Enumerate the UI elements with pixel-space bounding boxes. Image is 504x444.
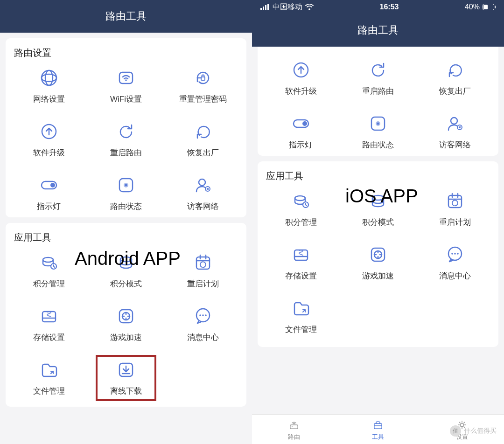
ios-apps-item-points-mgmt[interactable]: 积分管理 bbox=[262, 191, 339, 228]
android-apps-item-storage[interactable]: 存储设置 bbox=[10, 306, 87, 343]
ios-settings-item-upgrade[interactable]: 软件升级 bbox=[262, 60, 339, 97]
item-label: 重置管理密码 bbox=[179, 94, 227, 104]
android-apps-item-game-boost[interactable]: 游戏加速 bbox=[87, 306, 164, 343]
ios-apps-item-schedule[interactable]: 重启计划 bbox=[417, 191, 494, 228]
item-label: 消息中心 bbox=[439, 271, 471, 281]
watermark: 值 什么值得买 bbox=[450, 425, 497, 437]
wifi-icon bbox=[305, 4, 314, 10]
item-label: 游戏加速 bbox=[362, 271, 394, 281]
item-label: 指示灯 bbox=[37, 201, 61, 212]
svg-rect-18 bbox=[42, 312, 56, 322]
ios-settings-item-factory[interactable]: 恢复出厂 bbox=[417, 60, 494, 97]
item-label: 路由状态 bbox=[110, 201, 142, 212]
android-settings-item-factory[interactable]: 恢复出厂 bbox=[165, 121, 242, 158]
header: 路由工具 bbox=[252, 14, 504, 47]
message-icon bbox=[445, 244, 465, 265]
svg-point-24 bbox=[205, 314, 207, 316]
android-settings-item-guest[interactable]: 访客网络 bbox=[165, 175, 242, 212]
svg-point-38 bbox=[377, 123, 379, 125]
ios-settings-item-toggle[interactable]: 指示灯 bbox=[262, 113, 339, 150]
ios-apps-item-game-boost[interactable]: 游戏加速 bbox=[339, 244, 416, 281]
ios-apps-item-file[interactable]: 文件管理 bbox=[262, 298, 339, 335]
svg-point-1 bbox=[45, 70, 53, 85]
svg-point-23 bbox=[203, 314, 204, 316]
android-apps-item-file[interactable]: 文件管理 bbox=[10, 360, 87, 396]
android-settings-item-restart[interactable]: 重启路由 bbox=[87, 121, 164, 158]
header-title: 路由工具 bbox=[105, 9, 147, 23]
points-mode-icon bbox=[116, 252, 136, 273]
points-mode-icon bbox=[368, 191, 388, 211]
svg-point-11 bbox=[125, 184, 127, 187]
status-icon bbox=[368, 113, 388, 134]
wifi-box-icon bbox=[116, 68, 136, 88]
svg-rect-52 bbox=[290, 425, 298, 429]
item-label: 网络设置 bbox=[33, 94, 65, 104]
item-label: 指示灯 bbox=[289, 139, 313, 150]
svg-point-12 bbox=[199, 179, 205, 186]
android-screen: 路由工具 路由设置 网络设置 WiFi设置 重置管理密码 软件升级 重启路由 恢… bbox=[0, 0, 252, 444]
ios-settings-item-status[interactable]: 路由状态 bbox=[339, 113, 416, 150]
guest-icon bbox=[445, 113, 465, 134]
message-icon bbox=[193, 306, 213, 326]
android-settings-item-toggle[interactable]: 指示灯 bbox=[10, 175, 87, 212]
item-label: 访客网络 bbox=[187, 201, 219, 212]
header: 路由工具 bbox=[0, 0, 252, 33]
android-settings-item-upgrade[interactable]: 软件升级 bbox=[10, 121, 87, 158]
game-boost-icon bbox=[368, 244, 388, 265]
toggle-icon bbox=[291, 113, 311, 134]
tab-toolbox[interactable]: 工具 bbox=[336, 415, 420, 444]
android-apps-item-message[interactable]: 消息中心 bbox=[165, 306, 242, 343]
points-mgmt-icon bbox=[291, 191, 311, 211]
svg-rect-28 bbox=[265, 5, 266, 10]
section-title-apps: 应用工具 bbox=[266, 170, 494, 182]
svg-rect-46 bbox=[371, 248, 385, 261]
tab-router[interactable]: 路由 bbox=[252, 415, 336, 444]
section-title-settings: 路由设置 bbox=[14, 47, 242, 59]
file-icon bbox=[291, 298, 311, 319]
ios-apps-item-message[interactable]: 消息中心 bbox=[417, 244, 494, 281]
android-apps-item-schedule[interactable]: 重启计划 bbox=[165, 252, 242, 289]
svg-point-50 bbox=[455, 253, 456, 255]
battery-icon bbox=[483, 4, 496, 10]
watermark-text: 什么值得买 bbox=[464, 427, 497, 435]
ios-apps-item-points-mode[interactable]: 积分模式 bbox=[339, 191, 416, 228]
ios-settings-item-restart[interactable]: 重启路由 bbox=[339, 60, 416, 97]
android-settings-item-globe[interactable]: 网络设置 bbox=[10, 68, 87, 104]
factory-icon bbox=[445, 60, 465, 80]
game-boost-icon bbox=[116, 306, 136, 326]
item-label: 文件管理 bbox=[285, 324, 317, 335]
item-label: 存储设置 bbox=[285, 271, 317, 281]
item-label: 文件管理 bbox=[33, 386, 65, 396]
ios-screen: 中国移动 16:53 40% 路由工具 软件升级 重启路由 恢复出厂 指示灯 bbox=[252, 0, 504, 444]
android-apps-item-download[interactable]: 离线下载 bbox=[87, 360, 164, 396]
item-label: WiFi设置 bbox=[110, 94, 142, 104]
svg-point-43 bbox=[372, 195, 384, 200]
battery-label: 40% bbox=[465, 3, 480, 11]
toggle-icon bbox=[39, 175, 59, 195]
svg-point-49 bbox=[452, 253, 454, 255]
svg-rect-26 bbox=[260, 8, 262, 10]
schedule-icon bbox=[445, 191, 465, 211]
svg-point-0 bbox=[42, 70, 56, 85]
svg-point-22 bbox=[200, 314, 202, 316]
restart-icon bbox=[368, 60, 388, 80]
svg-point-35 bbox=[302, 121, 307, 126]
ios-apps-item-storage[interactable]: 存储设置 bbox=[262, 244, 339, 281]
svg-rect-27 bbox=[263, 7, 264, 10]
android-settings-item-lock-reset[interactable]: 重置管理密码 bbox=[165, 68, 242, 104]
android-apps-item-points-mgmt[interactable]: 积分管理 bbox=[10, 252, 87, 289]
svg-rect-32 bbox=[495, 6, 496, 8]
android-apps-item-points-mode[interactable]: 积分模式 bbox=[87, 252, 164, 289]
item-label: 路由状态 bbox=[362, 139, 394, 150]
svg-point-16 bbox=[120, 257, 132, 262]
svg-point-41 bbox=[295, 196, 305, 201]
factory-icon bbox=[193, 121, 213, 142]
ios-settings-item-guest[interactable]: 访客网络 bbox=[417, 113, 494, 150]
router-settings-section-partial: 软件升级 重启路由 恢复出厂 指示灯 路由状态 访客网络 bbox=[258, 47, 498, 156]
app-tools-section: 应用工具 积分管理 积分模式 重启计划 存储设置 游戏加速 消息中心 文件管理 … bbox=[6, 223, 246, 407]
upgrade-icon bbox=[39, 121, 59, 142]
android-settings-item-wifi-box[interactable]: WiFi设置 bbox=[87, 68, 164, 104]
android-settings-item-status[interactable]: 路由状态 bbox=[87, 175, 164, 212]
svg-rect-5 bbox=[201, 77, 205, 80]
toolbox-icon bbox=[371, 418, 385, 432]
